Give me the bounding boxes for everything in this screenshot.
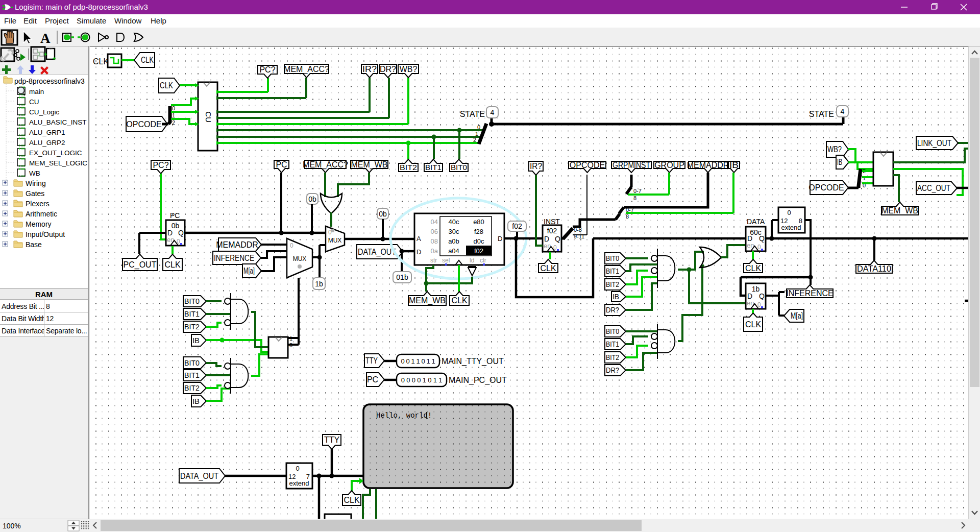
svg-text:M[a]: M[a] bbox=[243, 267, 255, 275]
svg-text:8: 8 bbox=[626, 213, 629, 220]
svg-text:8: 8 bbox=[633, 195, 636, 201]
svg-text:BIT0: BIT0 bbox=[451, 163, 467, 172]
svg-text:CLK: CLK bbox=[160, 81, 173, 90]
svg-text:extend: extend bbox=[781, 224, 801, 231]
svg-text:CLK: CLK bbox=[451, 296, 467, 305]
svg-text:WB?: WB? bbox=[827, 145, 842, 154]
svg-text:BIT0: BIT0 bbox=[606, 254, 619, 262]
svg-text:CU: CU bbox=[204, 111, 213, 123]
svg-text:CLK: CLK bbox=[540, 264, 556, 273]
svg-text:0: 0 bbox=[406, 357, 409, 365]
svg-text:BIT1: BIT1 bbox=[606, 340, 619, 348]
svg-text:CLK: CLK bbox=[745, 320, 761, 329]
svg-text:4: 4 bbox=[841, 107, 845, 115]
svg-text:WB?: WB? bbox=[400, 65, 418, 74]
svg-text:Q: Q bbox=[759, 234, 765, 243]
svg-text:M[a]: M[a] bbox=[791, 311, 803, 320]
svg-text:ALU_BASIC_INST: ALU_BASIC_INST bbox=[29, 118, 87, 126]
svg-text:BIT2: BIT2 bbox=[184, 322, 200, 331]
svg-text:MUX: MUX bbox=[328, 237, 342, 244]
svg-text:06: 06 bbox=[431, 228, 438, 235]
svg-text:Arithmetic: Arithmetic bbox=[26, 210, 57, 218]
svg-text:0: 0 bbox=[421, 357, 425, 365]
svg-text:EX_OUT_LOGIC: EX_OUT_LOGIC bbox=[29, 149, 82, 157]
svg-text:D: D bbox=[416, 248, 421, 256]
svg-text:main: main bbox=[29, 88, 44, 95]
svg-text:0b: 0b bbox=[379, 210, 387, 218]
svg-text:TTY: TTY bbox=[324, 436, 340, 444]
svg-text:40c: 40c bbox=[449, 218, 459, 226]
svg-text:MEM_SEL_LOGIC: MEM_SEL_LOGIC bbox=[29, 159, 87, 167]
svg-text:str: str bbox=[430, 257, 437, 264]
svg-text:DATA_OUT: DATA_OUT bbox=[358, 248, 396, 257]
svg-text:GRPMINST: GRPMINST bbox=[612, 161, 650, 170]
svg-text:MEM_WB: MEM_WB bbox=[409, 296, 446, 305]
svg-text:BIT2: BIT2 bbox=[606, 280, 619, 288]
svg-text:CLK: CLK bbox=[344, 496, 359, 504]
svg-text:INFERENCE: INFERENCE bbox=[214, 254, 254, 262]
svg-text:0a: 0a bbox=[431, 247, 438, 255]
svg-text:1: 1 bbox=[416, 357, 420, 365]
svg-text:0: 0 bbox=[296, 465, 299, 472]
svg-text:DR?: DR? bbox=[606, 366, 619, 374]
svg-text:CU: CU bbox=[29, 98, 39, 106]
svg-text:IR?: IR? bbox=[362, 65, 377, 74]
svg-text:0: 0 bbox=[477, 124, 480, 130]
svg-text:IB: IB bbox=[192, 397, 200, 405]
svg-text:BIT2: BIT2 bbox=[184, 383, 200, 392]
svg-text:OPCODE: OPCODE bbox=[570, 161, 605, 170]
svg-text:30c: 30c bbox=[449, 228, 459, 235]
svg-text:DR?: DR? bbox=[380, 65, 396, 74]
svg-text:f02: f02 bbox=[512, 222, 522, 230]
svg-text:OPCODE: OPCODE bbox=[808, 183, 844, 192]
svg-text:1b: 1b bbox=[315, 280, 323, 288]
svg-text:DATA110: DATA110 bbox=[857, 264, 891, 273]
svg-text:MAIN_TTY_OUT: MAIN_TTY_OUT bbox=[442, 357, 504, 366]
svg-text:2: 2 bbox=[473, 137, 476, 143]
svg-text:0: 0 bbox=[401, 376, 405, 384]
svg-text:LINK_OUT: LINK_OUT bbox=[917, 139, 951, 148]
svg-text:GROUP: GROUP bbox=[654, 161, 684, 170]
svg-text:BIT2: BIT2 bbox=[606, 353, 619, 361]
svg-text:A: A bbox=[40, 31, 51, 46]
svg-text:MEM_WB: MEM_WB bbox=[881, 206, 918, 215]
svg-text:a0b: a0b bbox=[448, 237, 459, 245]
svg-text:MAIN_PC_OUT: MAIN_PC_OUT bbox=[449, 376, 507, 385]
svg-text:4: 4 bbox=[491, 108, 495, 116]
svg-text:0: 0 bbox=[787, 209, 791, 216]
svg-text:1: 1 bbox=[433, 376, 437, 384]
svg-text:0-7: 0-7 bbox=[633, 188, 642, 194]
svg-text:Wiring: Wiring bbox=[26, 179, 46, 187]
svg-text:MEMADDR: MEMADDR bbox=[687, 161, 729, 170]
svg-text:0b: 0b bbox=[308, 195, 316, 203]
svg-text:extend: extend bbox=[289, 479, 309, 487]
svg-text:IR?: IR? bbox=[530, 162, 542, 171]
svg-text:Base: Base bbox=[26, 240, 42, 249]
svg-text:pdp-8processorfinalv3: pdp-8processorfinalv3 bbox=[14, 77, 85, 85]
svg-text:Memory: Memory bbox=[26, 220, 52, 228]
svg-text:Plexers: Plexers bbox=[26, 200, 50, 208]
svg-text:WB: WB bbox=[29, 170, 40, 177]
svg-text:Q: Q bbox=[178, 229, 184, 237]
svg-text:MEM_WB: MEM_WB bbox=[351, 160, 388, 170]
svg-text:STATE: STATE bbox=[460, 110, 485, 118]
svg-text:PC: PC bbox=[170, 211, 180, 220]
svg-text:MEM_ACC?: MEM_ACC? bbox=[284, 65, 329, 74]
svg-text:BIT0: BIT0 bbox=[606, 327, 619, 335]
svg-text:IB: IB bbox=[612, 292, 619, 301]
svg-text:9-11: 9-11 bbox=[574, 233, 584, 239]
svg-text:08: 08 bbox=[431, 237, 438, 245]
svg-text:ALU_GRP2: ALU_GRP2 bbox=[29, 139, 65, 147]
svg-text:PC: PC bbox=[367, 375, 378, 384]
svg-text:PC?: PC? bbox=[259, 65, 275, 74]
svg-text:Hello, world!: Hello, world! bbox=[376, 412, 432, 420]
svg-text:PC?: PC? bbox=[153, 161, 168, 170]
svg-text:Q: Q bbox=[759, 292, 765, 300]
svg-text:0: 0 bbox=[290, 242, 293, 249]
svg-text:0: 0 bbox=[289, 342, 292, 348]
svg-text:f28: f28 bbox=[474, 228, 483, 235]
svg-text:ALU_GRP1: ALU_GRP1 bbox=[29, 129, 65, 136]
svg-text:PC_OUT: PC_OUT bbox=[124, 260, 157, 270]
svg-text:e80: e80 bbox=[473, 218, 484, 226]
svg-text:MEM_ACC?: MEM_ACC? bbox=[303, 160, 348, 170]
